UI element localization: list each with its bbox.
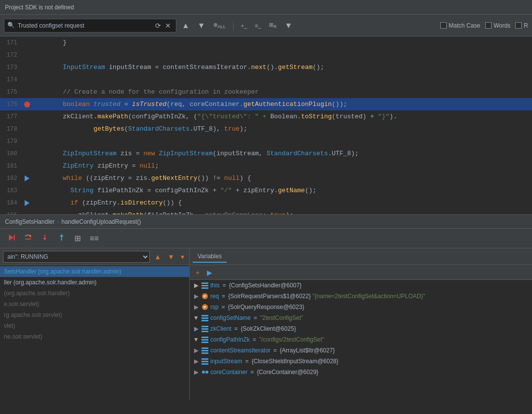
bookmark-184[interactable] (25, 200, 30, 206)
grid-view-btn[interactable]: ⊞ (72, 232, 83, 244)
line-num-183: 183 (0, 187, 22, 194)
var-row-this[interactable]: ▶ this = {ConfigSetsHandler@6007} (190, 280, 532, 291)
line-content-175[interactable]: // Create a node for the configuration i… (32, 88, 532, 96)
line-num-179: 179 (0, 138, 22, 145)
expand-req[interactable]: ▶ (193, 293, 200, 300)
corecontainer-icon (201, 369, 209, 376)
var-row-configsetname[interactable]: ▼ configSetName = "2testConfigSet" (190, 312, 532, 323)
find-all-btn[interactable]: ⊕ALL (211, 21, 228, 30)
expand-configpathinzk[interactable]: ▼ (193, 336, 200, 343)
search-close-btn[interactable]: ✕ (163, 21, 173, 31)
words-option[interactable]: Words (485, 22, 510, 29)
line-content-172[interactable] (32, 51, 532, 59)
code-line-182: 182 while ((zipEntry = zis.getNextEntry(… (0, 172, 532, 184)
resume-btn[interactable] (5, 232, 18, 245)
var-row-inputstream[interactable]: ▶ inputStream = {CloseShieldInputStream@… (190, 356, 532, 367)
step-out-btn[interactable] (55, 232, 68, 245)
regex-option[interactable]: R (515, 22, 528, 29)
frame-item-5[interactable]: vlet) (0, 320, 189, 331)
var-row-corecontainer[interactable]: ▶ coreContainer = {CoreContainer@6029} (190, 367, 532, 378)
contentstreams-icon (201, 347, 209, 354)
line-content-180[interactable]: ZipInputStream zis = new ZipInputStream(… (32, 150, 532, 157)
var-name-configsetname: configSetName (210, 314, 251, 321)
line-content-176[interactable]: boolean trusted = isTrusted(req, coreCon… (32, 101, 532, 108)
expand-contentstreams[interactable]: ▶ (193, 347, 200, 354)
separator (233, 21, 233, 31)
this-icon (201, 282, 209, 289)
expand-this[interactable]: ▶ (193, 282, 200, 289)
var-row-contentstreams[interactable]: ▶ contentStreamsIterator = {ArrayList$It… (190, 345, 532, 356)
var-eq-corecontainer: = (250, 369, 254, 376)
thread-up-btn[interactable]: ▲ (152, 252, 163, 262)
line-num-177: 177 (0, 113, 22, 120)
list-view-btn[interactable]: ≡≡ (87, 233, 101, 244)
line-content-171[interactable]: } (32, 39, 532, 46)
replace-all-btn[interactable]: ≡_ (253, 22, 264, 30)
multi-replace-btn[interactable]: ⊞R (266, 21, 279, 30)
var-val-inputstream: {CloseShieldInputStream@6028} (252, 358, 338, 365)
line-content-177[interactable]: zkClient.makePath(configPathInZk, ("{\"t… (32, 113, 532, 120)
add-var-btn[interactable]: + (193, 268, 202, 277)
code-lines: 171 } 172 173 InputStream inputStream = … (0, 36, 532, 221)
step-over-btn[interactable] (22, 232, 34, 245)
thread-down-btn[interactable]: ▼ (166, 252, 176, 262)
zkclient-icon (201, 325, 209, 332)
search-back-btn[interactable]: ⟳ (153, 21, 163, 31)
expand-var-btn[interactable]: ▶ (204, 268, 214, 277)
line-content-183[interactable]: String filePathInZk = configPathInZk + "… (32, 187, 532, 194)
frame-item-1[interactable]: ller (org.apache.solr.handler.admin) (0, 277, 189, 288)
line-num-182: 182 (0, 175, 22, 182)
match-case-label: Match Case (449, 22, 480, 29)
line-content-173[interactable]: InputStream inputStream = contentStreams… (32, 64, 532, 71)
threads-panel: ain": RUNNING ▲ ▼ ▾ SetsHandler (org.apa… (0, 248, 190, 400)
filter-btn[interactable]: ▼ (282, 20, 295, 31)
next-occurrence-btn[interactable]: ▼ (195, 20, 208, 31)
expand-rsp[interactable]: ▶ (193, 304, 200, 310)
var-row-req[interactable]: ▶ P req = {SolrRequestParsers$1@6022} "{… (190, 291, 532, 302)
frame-item-2[interactable]: (org.apache.solr.handler) (0, 288, 189, 299)
var-row-configpathinzk[interactable]: ▼ configPathInZk = "/configs/2testConfig… (190, 334, 532, 345)
match-case-checkbox[interactable] (440, 22, 447, 29)
expand-configsetname[interactable]: ▼ (193, 314, 200, 321)
line-content-181[interactable]: ZipEntry zipEntry = null; (32, 162, 532, 170)
var-eq-rsp: = (222, 304, 225, 310)
line-content-184[interactable]: if (zipEntry.isDirectory()) { (32, 199, 532, 207)
frame-item-6[interactable]: ne.solr.servlet) (0, 331, 189, 342)
var-eq-configsetname: = (254, 314, 257, 321)
frame-item-4[interactable]: rg.apache.solr.servlet) (0, 310, 189, 320)
thread-filter-btn[interactable]: ▾ (179, 252, 186, 262)
line-content-174[interactable] (32, 76, 532, 83)
line-content-178[interactable]: getBytes(StandardCharsets.UTF_8), true); (32, 125, 532, 133)
breadcrumb-class[interactable]: ConfigSetsHandler (5, 218, 55, 225)
expand-corecontainer[interactable]: ▶ (193, 369, 200, 376)
svg-marker-0 (9, 235, 14, 241)
svg-marker-7 (60, 234, 64, 237)
tab-variables[interactable]: Variables (193, 251, 227, 263)
var-row-zkclient[interactable]: ▶ zkClient = {SolrZkClient@6025} (190, 323, 532, 334)
search-input-wrapper[interactable]: 🔍 Trusted configset request ⟳ ✕ (4, 19, 176, 33)
frame-item-3[interactable]: e.solr.servlet) (0, 299, 189, 310)
prev-occurrence-btn[interactable]: ▲ (179, 20, 192, 31)
expand-zkclient[interactable]: ▶ (193, 325, 200, 332)
match-case-option[interactable]: Match Case (440, 22, 480, 29)
line-content-182[interactable]: while ((zipEntry = zis.getNextEntry()) !… (32, 174, 532, 182)
expand-inputstream[interactable]: ▶ (193, 358, 200, 365)
search-bar: 🔍 Trusted configset request ⟳ ✕ ▲ ▼ ⊕ALL… (0, 15, 532, 36)
breakpoint-176[interactable] (24, 102, 30, 107)
step-into-btn[interactable] (38, 232, 51, 245)
search-input-text: Trusted configset request (18, 22, 153, 29)
frame-item-0[interactable]: SetsHandler (org.apache.solr.handler.adm… (0, 266, 189, 277)
line-num-173: 173 (0, 64, 22, 71)
var-name-contentstreams: contentStreamsIterator (210, 347, 270, 354)
regex-checkbox[interactable] (515, 22, 522, 29)
bookmark-182[interactable] (25, 175, 30, 181)
words-checkbox[interactable] (485, 22, 492, 29)
thread-select[interactable]: ain": RUNNING (3, 251, 150, 263)
var-row-rsp[interactable]: ▶ P rsp = {SolrQueryResponse@6023} (190, 302, 532, 312)
thread-toolbar: ain": RUNNING ▲ ▼ ▾ (0, 248, 189, 265)
var-name-configpathinzk: configPathInZk (210, 336, 250, 343)
svg-rect-1 (14, 235, 15, 241)
line-content-179[interactable] (32, 138, 532, 145)
breadcrumb-method[interactable]: handleConfigUploadRequest() (62, 218, 141, 225)
replace-btn[interactable]: +_ (238, 22, 250, 30)
